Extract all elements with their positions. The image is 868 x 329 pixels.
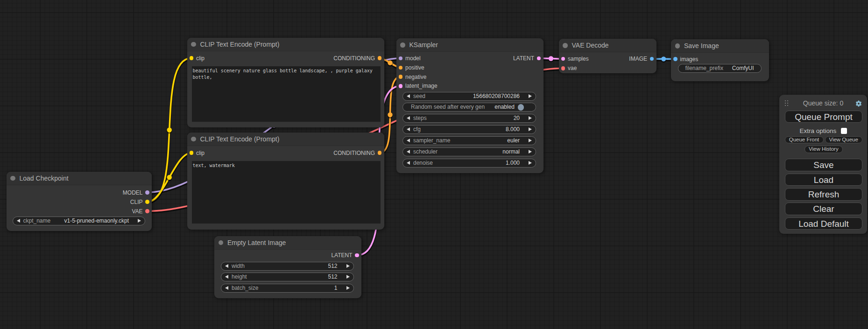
input-port-negative[interactable]	[399, 75, 403, 79]
comfyui-canvas[interactable]: Load Checkpoint MODEL CLIP VAE ckpt_name…	[0, 0, 868, 329]
output-port-latent[interactable]	[355, 253, 359, 258]
collapse-dot-icon[interactable]	[400, 42, 405, 48]
input-port-positive[interactable]	[399, 66, 403, 70]
scheduler-widget[interactable]: scheduler normal	[402, 147, 536, 156]
increment-arrow-icon[interactable]	[346, 264, 350, 268]
clear-button[interactable]: Clear	[785, 203, 862, 215]
increment-arrow-icon[interactable]	[529, 139, 532, 142]
output-port-conditioning[interactable]	[378, 56, 382, 60]
decrement-arrow-icon[interactable]	[407, 127, 410, 131]
decrement-arrow-icon[interactable]	[407, 161, 410, 165]
collapse-dot-icon[interactable]	[191, 137, 196, 142]
node-title-bar[interactable]: Save Image	[671, 39, 769, 53]
height-widget[interactable]: height 512	[221, 273, 354, 281]
seed-widget[interactable]: seed 156680208700286	[402, 92, 536, 101]
load-default-button[interactable]: Load Default	[785, 217, 862, 230]
input-port-vae[interactable]	[561, 66, 565, 70]
input-port-samples[interactable]	[561, 57, 565, 61]
decrement-arrow-icon[interactable]	[17, 219, 20, 223]
node-title-bar[interactable]: CLIP Text Encode (Prompt)	[187, 133, 384, 146]
output-port-conditioning[interactable]	[378, 151, 382, 155]
node-title-bar[interactable]: Load Checkpoint	[7, 172, 152, 185]
node-clip-text-encode-negative[interactable]: CLIP Text Encode (Prompt) clip CONDITION…	[187, 133, 384, 230]
random-seed-toggle-widget[interactable]: Random seed after every gen enabled	[402, 103, 536, 112]
output-port-latent[interactable]	[537, 56, 541, 61]
queue-prompt-button[interactable]: Queue Prompt	[785, 111, 862, 123]
increment-arrow-icon[interactable]	[346, 286, 350, 290]
input-port-latent-image[interactable]	[399, 84, 403, 88]
input-label-vae: vae	[568, 63, 577, 73]
node-title: Save Image	[684, 39, 719, 52]
increment-arrow-icon[interactable]	[138, 219, 141, 223]
increment-arrow-icon[interactable]	[529, 116, 532, 120]
positive-prompt-textarea[interactable]: beautiful scenery nature glass bottle la…	[192, 66, 381, 122]
node-title-bar[interactable]: CLIP Text Encode (Prompt)	[187, 38, 384, 51]
widget-value: 512	[328, 262, 337, 270]
negative-prompt-textarea[interactable]: text, watermark	[192, 161, 381, 224]
increment-arrow-icon[interactable]	[529, 150, 532, 154]
widget-label: filename_prefix	[685, 64, 723, 72]
collapse-dot-icon[interactable]	[191, 42, 196, 47]
node-title-bar[interactable]: KSampler	[396, 38, 543, 52]
filename-prefix-widget[interactable]: filename_prefix ComfyUI	[678, 64, 762, 73]
widget-label: Random seed after every gen	[411, 103, 485, 111]
decrement-arrow-icon[interactable]	[225, 264, 228, 268]
denoise-widget[interactable]: denoise 1.000	[402, 159, 536, 168]
settings-gear-icon[interactable]	[855, 100, 862, 107]
widget-label: width	[232, 262, 245, 270]
view-history-button[interactable]: View History	[804, 146, 843, 153]
widget-label: batch_size	[232, 284, 258, 292]
toggle-on-indicator[interactable]	[518, 104, 524, 110]
extra-options-checkbox[interactable]	[841, 128, 847, 134]
output-port-vae[interactable]	[145, 209, 149, 213]
collapse-dot-icon[interactable]	[219, 240, 224, 245]
widget-label: scheduler	[413, 148, 438, 156]
decrement-arrow-icon[interactable]	[407, 150, 410, 154]
widget-label: steps	[413, 114, 427, 122]
queue-size-label: Queue size: 0	[779, 99, 867, 108]
decrement-arrow-icon[interactable]	[225, 286, 228, 290]
node-title-bar[interactable]: Empty Latent Image	[214, 236, 361, 250]
increment-arrow-icon[interactable]	[529, 127, 532, 131]
node-title: CLIP Text Encode (Prompt)	[200, 38, 280, 51]
view-queue-button[interactable]: View Queue	[825, 136, 862, 144]
node-clip-text-encode-positive[interactable]: CLIP Text Encode (Prompt) clip CONDITION…	[187, 38, 384, 128]
node-vae-decode[interactable]: VAE Decode samples vae IMAGE	[559, 39, 656, 73]
refresh-button[interactable]: Refresh	[785, 188, 862, 201]
save-button[interactable]: Save	[785, 159, 862, 171]
increment-arrow-icon[interactable]	[346, 275, 350, 279]
decrement-arrow-icon[interactable]	[407, 116, 410, 120]
output-port-clip[interactable]	[145, 200, 149, 204]
sampler-name-widget[interactable]: sampler_name euler	[402, 136, 536, 145]
widget-label: denoise	[413, 159, 433, 167]
collapse-dot-icon[interactable]	[563, 43, 568, 48]
load-button[interactable]: Load	[785, 174, 862, 186]
queue-front-button[interactable]: Queue Front	[785, 136, 824, 144]
increment-arrow-icon[interactable]	[529, 161, 532, 165]
decrement-arrow-icon[interactable]	[407, 139, 410, 142]
node-title: Empty Latent Image	[227, 236, 286, 249]
collapse-dot-icon[interactable]	[10, 176, 15, 181]
collapse-dot-icon[interactable]	[675, 43, 680, 49]
input-label-samples: samples	[568, 54, 589, 63]
node-ksampler[interactable]: KSampler model positive negative latent_…	[396, 38, 543, 173]
node-save-image[interactable]: Save Image images filename_prefix ComfyU…	[671, 39, 769, 81]
widget-value: enabled	[494, 103, 515, 111]
cfg-widget[interactable]: cfg 8.000	[402, 125, 536, 134]
output-port-image[interactable]	[650, 57, 654, 61]
steps-widget[interactable]: steps 20	[402, 114, 536, 123]
output-port-model[interactable]	[145, 190, 149, 195]
input-port-images[interactable]	[673, 57, 677, 61]
input-port-clip[interactable]	[190, 56, 194, 60]
node-empty-latent-image[interactable]: Empty Latent Image LATENT width 512 heig…	[214, 236, 361, 299]
width-widget[interactable]: width 512	[221, 262, 354, 271]
input-port-clip[interactable]	[190, 151, 194, 155]
node-load-checkpoint[interactable]: Load Checkpoint MODEL CLIP VAE ckpt_name…	[7, 172, 152, 231]
decrement-arrow-icon[interactable]	[407, 94, 410, 98]
node-title-bar[interactable]: VAE Decode	[559, 39, 656, 52]
increment-arrow-icon[interactable]	[529, 94, 532, 98]
decrement-arrow-icon[interactable]	[225, 275, 228, 279]
input-port-model[interactable]	[399, 56, 403, 61]
batch-size-widget[interactable]: batch_size 1	[221, 284, 354, 293]
ckpt-name-widget[interactable]: ckpt_name v1-5-pruned-emaonly.ckpt	[13, 217, 146, 225]
